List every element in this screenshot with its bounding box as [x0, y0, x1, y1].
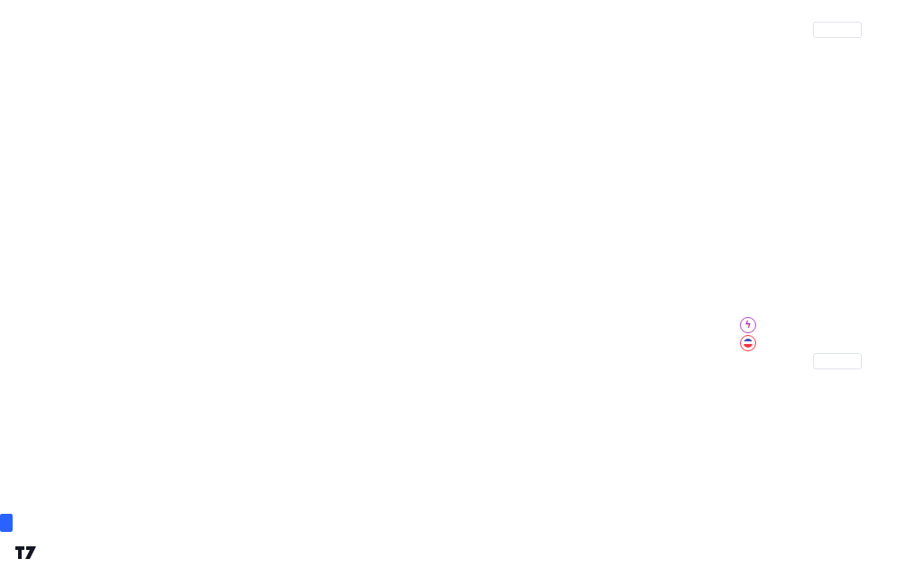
tradingview-logo-icon[interactable] [14, 544, 38, 562]
indicator-header[interactable] [72, 350, 78, 360]
flag-glyph [744, 339, 753, 348]
footer-bar [0, 537, 924, 568]
currency-label-main [813, 22, 862, 38]
lightning-icon[interactable]: ϟ [740, 317, 756, 333]
flag-icon[interactable] [740, 335, 756, 351]
time-axis-badge [0, 514, 13, 532]
currency-label-panel [813, 353, 862, 369]
chart-canvas[interactable] [0, 0, 924, 568]
symbol-header[interactable] [72, 14, 78, 25]
tradingview-chart-page: ϟ [0, 0, 924, 568]
